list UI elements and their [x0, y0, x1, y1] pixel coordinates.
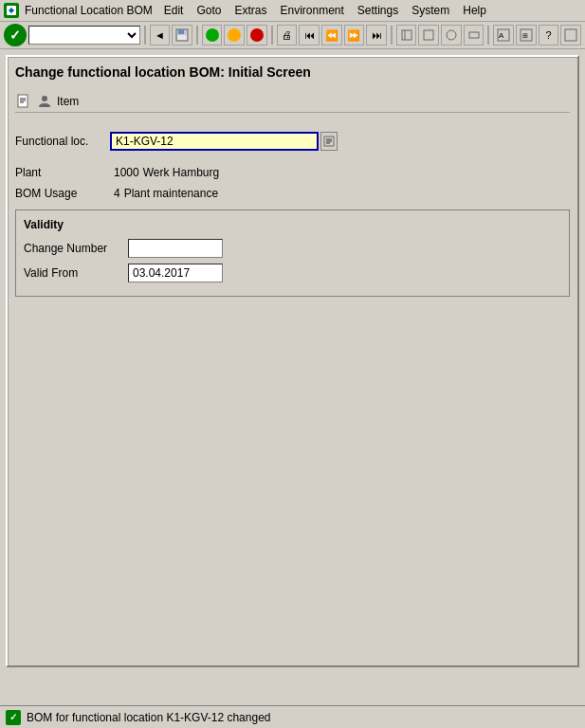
functional-loc-input[interactable]	[110, 132, 319, 151]
menu-extras[interactable]: Extras	[229, 3, 272, 18]
bom-usage-code: 4	[114, 187, 120, 200]
status-check-icon: ✓	[6, 710, 21, 725]
content-panel: Change functional location BOM: Initial …	[6, 55, 579, 667]
toolbar-combo[interactable]	[28, 26, 140, 45]
status-bar: ✓ BOM for functional location K1-KGV-12 …	[0, 705, 585, 728]
menu-edit[interactable]: Edit	[158, 3, 190, 18]
bom-usage-name: Plant maintenance	[124, 187, 218, 200]
validity-title: Validity	[24, 218, 561, 231]
toolbar-btn-f[interactable]: ⊞	[516, 25, 537, 46]
bom-usage-label: BOM Usage	[15, 187, 110, 200]
plant-row: Plant 1000 Werk Hamburg	[15, 166, 570, 179]
main-area: Change functional location BOM: Initial …	[0, 49, 585, 701]
refresh-button[interactable]	[202, 25, 223, 46]
status-ok-icon: ✓	[4, 24, 27, 46]
main-toolbar: ✓ ◄ 🖨 ⏮ ⏪ ⏩ ⏭	[0, 22, 585, 49]
menu-help[interactable]: Help	[457, 3, 492, 18]
svg-text:A: A	[499, 31, 504, 40]
svg-rect-13	[565, 29, 576, 41]
functional-loc-label: Functional loc.	[15, 135, 110, 148]
stop-button[interactable]	[247, 25, 267, 46]
panel-doc-icon	[15, 93, 32, 110]
change-number-label: Change Number	[24, 242, 128, 255]
print-button[interactable]: 🖨	[277, 25, 298, 46]
find-button[interactable]	[224, 25, 245, 46]
plant-name: Werk Hamburg	[143, 166, 219, 179]
svg-rect-6	[424, 30, 433, 40]
svg-rect-4	[402, 30, 411, 40]
menu-bar: Edit Goto Extras Environment Settings Sy…	[158, 3, 492, 18]
help-button[interactable]: ?	[539, 25, 559, 46]
toolbar-btn-d[interactable]	[464, 25, 484, 46]
panel-title: Change functional location BOM: Initial …	[15, 64, 570, 83]
menu-environment[interactable]: Environment	[274, 3, 349, 18]
svg-rect-2	[178, 29, 184, 34]
change-number-row: Change Number	[24, 239, 561, 258]
toolbar-btn-b[interactable]	[418, 25, 439, 46]
menu-system[interactable]: System	[406, 3, 455, 18]
app-title: Functional Location BOM	[25, 4, 153, 17]
save-button[interactable]	[172, 25, 192, 46]
validity-box: Validity Change Number Valid From	[15, 209, 570, 297]
change-number-input[interactable]	[128, 239, 223, 258]
separator-2	[196, 26, 198, 45]
separator-5	[487, 26, 489, 45]
panel-toolbar-item-label: Item	[57, 95, 79, 108]
svg-rect-8	[469, 32, 479, 38]
page-prev-button[interactable]: ⏪	[321, 25, 342, 46]
valid-from-input[interactable]	[128, 264, 223, 282]
svg-text:⊞: ⊞	[522, 32, 528, 39]
separator-3	[271, 26, 273, 45]
separator-4	[391, 26, 393, 45]
page-next-button[interactable]: ⏩	[344, 25, 365, 46]
page-last-button[interactable]: ⏭	[366, 25, 387, 46]
separator-1	[144, 26, 146, 45]
valid-from-label: Valid From	[24, 266, 128, 280]
app-icon	[4, 3, 19, 18]
menu-goto[interactable]: Goto	[191, 3, 227, 18]
title-bar: Functional Location BOM Edit Goto Extras…	[0, 0, 585, 22]
menu-settings[interactable]: Settings	[352, 3, 404, 18]
toolbar-btn-c[interactable]	[441, 25, 462, 46]
svg-point-18	[42, 96, 47, 101]
form-section: Functional loc. Plant 1000	[15, 124, 570, 304]
bom-usage-row: BOM Usage 4 Plant maintenance	[15, 187, 570, 200]
toolbar-btn-a[interactable]	[396, 25, 417, 46]
functional-loc-lookup-button[interactable]	[320, 132, 338, 151]
plant-label: Plant	[15, 166, 110, 179]
functional-loc-row: Functional loc.	[15, 132, 570, 151]
toolbar-btn-last[interactable]	[560, 25, 581, 46]
toolbar-btn-e[interactable]: A	[493, 25, 514, 46]
plant-code: 1000	[114, 166, 139, 179]
panel-person-icon	[36, 93, 53, 110]
page-first-button[interactable]: ⏮	[299, 25, 320, 46]
status-message: BOM for functional location K1-KGV-12 ch…	[27, 711, 270, 724]
svg-point-7	[447, 30, 456, 40]
svg-rect-3	[177, 35, 187, 40]
valid-from-row: Valid From	[24, 264, 561, 282]
panel-toolbar: Item	[15, 91, 570, 113]
back-button[interactable]: ◄	[150, 25, 171, 46]
